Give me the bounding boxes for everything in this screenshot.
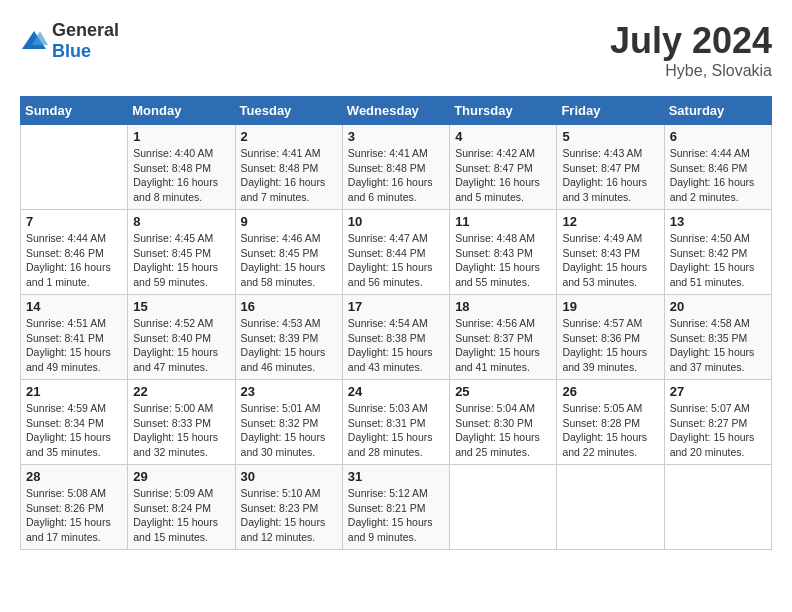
day-info: Sunrise: 4:42 AMSunset: 8:47 PMDaylight:… — [455, 146, 551, 205]
calendar-cell: 29Sunrise: 5:09 AMSunset: 8:24 PMDayligh… — [128, 465, 235, 550]
day-info: Sunrise: 4:40 AMSunset: 8:48 PMDaylight:… — [133, 146, 229, 205]
day-number: 24 — [348, 384, 444, 399]
day-number: 30 — [241, 469, 337, 484]
day-info: Sunrise: 5:01 AMSunset: 8:32 PMDaylight:… — [241, 401, 337, 460]
day-number: 22 — [133, 384, 229, 399]
day-number: 17 — [348, 299, 444, 314]
day-number: 12 — [562, 214, 658, 229]
day-info: Sunrise: 5:08 AMSunset: 8:26 PMDaylight:… — [26, 486, 122, 545]
day-number: 2 — [241, 129, 337, 144]
logo-icon — [20, 29, 48, 53]
day-number: 25 — [455, 384, 551, 399]
calendar-cell: 6Sunrise: 4:44 AMSunset: 8:46 PMDaylight… — [664, 125, 771, 210]
calendar-cell: 19Sunrise: 4:57 AMSunset: 8:36 PMDayligh… — [557, 295, 664, 380]
calendar-cell: 16Sunrise: 4:53 AMSunset: 8:39 PMDayligh… — [235, 295, 342, 380]
day-number: 31 — [348, 469, 444, 484]
calendar-cell: 24Sunrise: 5:03 AMSunset: 8:31 PMDayligh… — [342, 380, 449, 465]
location-title: Hybe, Slovakia — [610, 62, 772, 80]
day-info: Sunrise: 4:59 AMSunset: 8:34 PMDaylight:… — [26, 401, 122, 460]
calendar-cell: 5Sunrise: 4:43 AMSunset: 8:47 PMDaylight… — [557, 125, 664, 210]
day-info: Sunrise: 4:56 AMSunset: 8:37 PMDaylight:… — [455, 316, 551, 375]
calendar-cell — [450, 465, 557, 550]
calendar-cell: 7Sunrise: 4:44 AMSunset: 8:46 PMDaylight… — [21, 210, 128, 295]
calendar-week-row: 21Sunrise: 4:59 AMSunset: 8:34 PMDayligh… — [21, 380, 772, 465]
day-info: Sunrise: 5:04 AMSunset: 8:30 PMDaylight:… — [455, 401, 551, 460]
calendar-cell: 30Sunrise: 5:10 AMSunset: 8:23 PMDayligh… — [235, 465, 342, 550]
day-info: Sunrise: 4:44 AMSunset: 8:46 PMDaylight:… — [670, 146, 766, 205]
weekday-header: Tuesday — [235, 97, 342, 125]
calendar-cell: 18Sunrise: 4:56 AMSunset: 8:37 PMDayligh… — [450, 295, 557, 380]
day-number: 21 — [26, 384, 122, 399]
day-number: 1 — [133, 129, 229, 144]
calendar-cell: 10Sunrise: 4:47 AMSunset: 8:44 PMDayligh… — [342, 210, 449, 295]
day-info: Sunrise: 4:47 AMSunset: 8:44 PMDaylight:… — [348, 231, 444, 290]
day-number: 29 — [133, 469, 229, 484]
month-title: July 2024 — [610, 20, 772, 62]
day-number: 26 — [562, 384, 658, 399]
day-number: 7 — [26, 214, 122, 229]
calendar-cell: 14Sunrise: 4:51 AMSunset: 8:41 PMDayligh… — [21, 295, 128, 380]
day-number: 8 — [133, 214, 229, 229]
calendar-week-row: 1Sunrise: 4:40 AMSunset: 8:48 PMDaylight… — [21, 125, 772, 210]
calendar-header: SundayMondayTuesdayWednesdayThursdayFrid… — [21, 97, 772, 125]
calendar-cell: 31Sunrise: 5:12 AMSunset: 8:21 PMDayligh… — [342, 465, 449, 550]
calendar-cell: 22Sunrise: 5:00 AMSunset: 8:33 PMDayligh… — [128, 380, 235, 465]
calendar-cell: 8Sunrise: 4:45 AMSunset: 8:45 PMDaylight… — [128, 210, 235, 295]
calendar-cell — [664, 465, 771, 550]
weekday-header: Friday — [557, 97, 664, 125]
day-number: 10 — [348, 214, 444, 229]
day-info: Sunrise: 5:12 AMSunset: 8:21 PMDaylight:… — [348, 486, 444, 545]
calendar-cell: 28Sunrise: 5:08 AMSunset: 8:26 PMDayligh… — [21, 465, 128, 550]
day-info: Sunrise: 4:50 AMSunset: 8:42 PMDaylight:… — [670, 231, 766, 290]
day-info: Sunrise: 4:54 AMSunset: 8:38 PMDaylight:… — [348, 316, 444, 375]
calendar-cell: 20Sunrise: 4:58 AMSunset: 8:35 PMDayligh… — [664, 295, 771, 380]
calendar-cell: 1Sunrise: 4:40 AMSunset: 8:48 PMDaylight… — [128, 125, 235, 210]
calendar-cell: 21Sunrise: 4:59 AMSunset: 8:34 PMDayligh… — [21, 380, 128, 465]
title-block: July 2024 Hybe, Slovakia — [610, 20, 772, 80]
day-info: Sunrise: 4:58 AMSunset: 8:35 PMDaylight:… — [670, 316, 766, 375]
page-header: General Blue July 2024 Hybe, Slovakia — [20, 20, 772, 80]
day-info: Sunrise: 5:03 AMSunset: 8:31 PMDaylight:… — [348, 401, 444, 460]
day-number: 16 — [241, 299, 337, 314]
day-info: Sunrise: 5:07 AMSunset: 8:27 PMDaylight:… — [670, 401, 766, 460]
calendar-cell: 23Sunrise: 5:01 AMSunset: 8:32 PMDayligh… — [235, 380, 342, 465]
day-info: Sunrise: 4:48 AMSunset: 8:43 PMDaylight:… — [455, 231, 551, 290]
day-number: 13 — [670, 214, 766, 229]
logo-general-text: General — [52, 20, 119, 40]
day-info: Sunrise: 4:44 AMSunset: 8:46 PMDaylight:… — [26, 231, 122, 290]
day-info: Sunrise: 5:10 AMSunset: 8:23 PMDaylight:… — [241, 486, 337, 545]
calendar-cell: 25Sunrise: 5:04 AMSunset: 8:30 PMDayligh… — [450, 380, 557, 465]
calendar-cell — [21, 125, 128, 210]
day-number: 20 — [670, 299, 766, 314]
day-number: 4 — [455, 129, 551, 144]
day-info: Sunrise: 5:05 AMSunset: 8:28 PMDaylight:… — [562, 401, 658, 460]
calendar-table: SundayMondayTuesdayWednesdayThursdayFrid… — [20, 96, 772, 550]
day-info: Sunrise: 4:45 AMSunset: 8:45 PMDaylight:… — [133, 231, 229, 290]
day-number: 6 — [670, 129, 766, 144]
day-info: Sunrise: 4:49 AMSunset: 8:43 PMDaylight:… — [562, 231, 658, 290]
weekday-header: Saturday — [664, 97, 771, 125]
day-number: 18 — [455, 299, 551, 314]
day-number: 3 — [348, 129, 444, 144]
day-number: 11 — [455, 214, 551, 229]
day-info: Sunrise: 4:53 AMSunset: 8:39 PMDaylight:… — [241, 316, 337, 375]
calendar-cell — [557, 465, 664, 550]
calendar-week-row: 14Sunrise: 4:51 AMSunset: 8:41 PMDayligh… — [21, 295, 772, 380]
calendar-week-row: 28Sunrise: 5:08 AMSunset: 8:26 PMDayligh… — [21, 465, 772, 550]
calendar-cell: 12Sunrise: 4:49 AMSunset: 8:43 PMDayligh… — [557, 210, 664, 295]
calendar-cell: 26Sunrise: 5:05 AMSunset: 8:28 PMDayligh… — [557, 380, 664, 465]
day-info: Sunrise: 4:52 AMSunset: 8:40 PMDaylight:… — [133, 316, 229, 375]
day-number: 5 — [562, 129, 658, 144]
day-number: 19 — [562, 299, 658, 314]
calendar-cell: 17Sunrise: 4:54 AMSunset: 8:38 PMDayligh… — [342, 295, 449, 380]
calendar-cell: 9Sunrise: 4:46 AMSunset: 8:45 PMDaylight… — [235, 210, 342, 295]
day-info: Sunrise: 4:41 AMSunset: 8:48 PMDaylight:… — [348, 146, 444, 205]
calendar-week-row: 7Sunrise: 4:44 AMSunset: 8:46 PMDaylight… — [21, 210, 772, 295]
day-number: 28 — [26, 469, 122, 484]
day-info: Sunrise: 4:46 AMSunset: 8:45 PMDaylight:… — [241, 231, 337, 290]
calendar-cell: 4Sunrise: 4:42 AMSunset: 8:47 PMDaylight… — [450, 125, 557, 210]
day-number: 15 — [133, 299, 229, 314]
day-number: 23 — [241, 384, 337, 399]
weekday-header: Thursday — [450, 97, 557, 125]
calendar-cell: 13Sunrise: 4:50 AMSunset: 8:42 PMDayligh… — [664, 210, 771, 295]
